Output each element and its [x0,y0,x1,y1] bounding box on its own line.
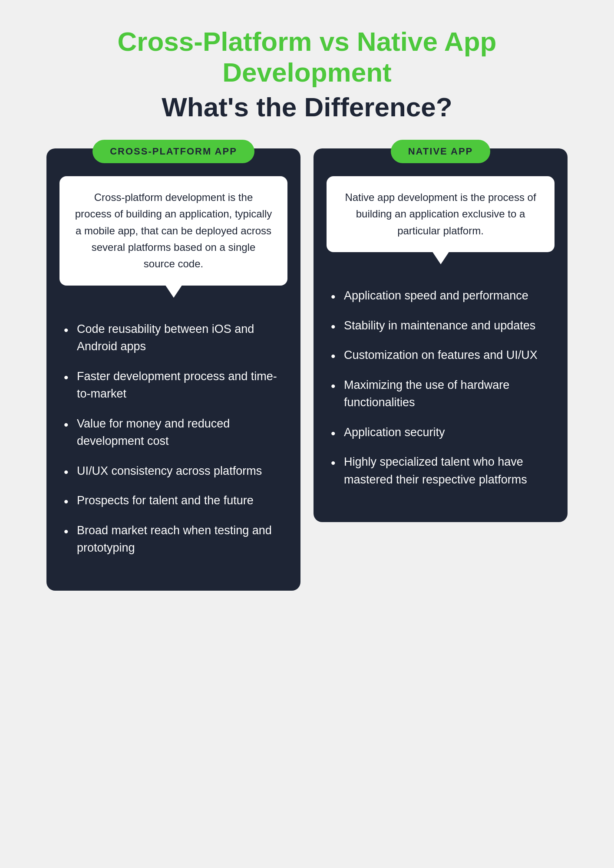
cross-platform-badge: CROSS-PLATFORM APP [92,140,254,163]
header-title-dark: What's the Difference? [118,92,497,122]
cross-platform-bullet-list: Code reusability between iOS and Android… [46,303,300,569]
list-item: Broad market reach when testing and prot… [64,522,283,557]
columns-wrapper: CROSS-PLATFORM APP Cross-platform develo… [46,148,568,591]
page-wrapper: Cross-Platform vs Native App Development… [46,26,568,591]
list-item: Customization on features and UI/UX [331,346,550,364]
cross-platform-column: CROSS-PLATFORM APP Cross-platform develo… [46,148,300,591]
list-item: Application security [331,424,550,441]
native-app-description: Native app development is the process of… [327,176,555,252]
list-item: Maximizing the use of hardware functiona… [331,376,550,411]
list-item: Faster development process and time-to-m… [64,368,283,403]
header: Cross-Platform vs Native App Development… [118,26,497,122]
list-item: Highly specialized talent who have maste… [331,453,550,488]
header-title-green: Cross-Platform vs Native App Development [118,26,497,88]
native-app-bullet-list: Application speed and performance Stabil… [314,270,568,500]
list-item: Application speed and performance [331,287,550,305]
list-item: Stability in maintenance and updates [331,317,550,335]
list-item: Prospects for talent and the future [64,492,283,510]
list-item: Code reusability between iOS and Android… [64,320,283,355]
native-app-column: NATIVE APP Native app development is the… [314,148,568,522]
header-green-line2: Development [222,57,391,87]
list-item: Value for money and reduced development … [64,415,283,450]
header-green-line1: Cross-Platform vs Native App [118,26,497,56]
list-item: UI/UX consistency across platforms [64,462,283,480]
cross-platform-description: Cross-platform development is the proces… [59,176,287,286]
native-app-badge: NATIVE APP [391,140,491,163]
